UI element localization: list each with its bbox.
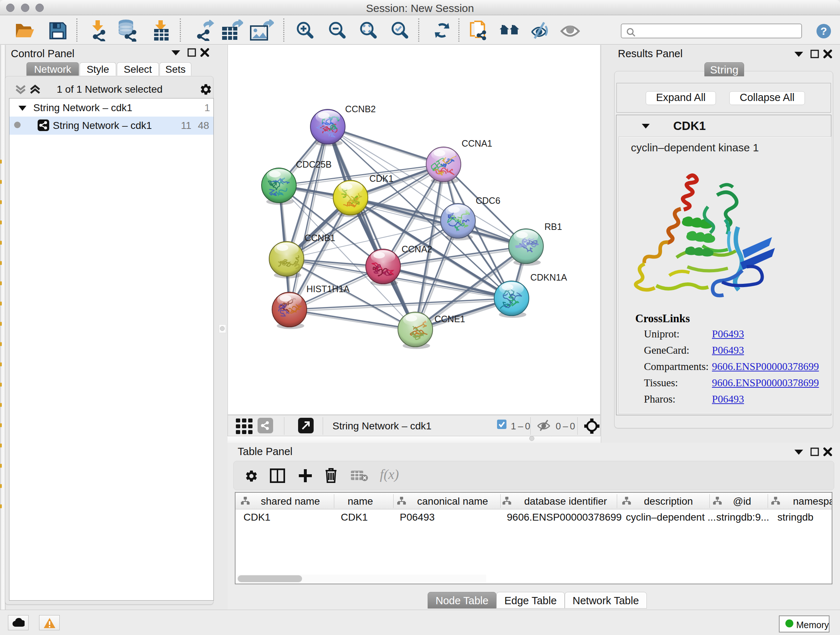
svg-text:CDK1: CDK1 xyxy=(369,173,393,184)
svg-text:CCNA2: CCNA2 xyxy=(401,244,432,254)
svg-text:CDC6: CDC6 xyxy=(476,195,500,206)
svg-text:CDC25B: CDC25B xyxy=(296,159,332,169)
svg-text:HIST1H1A: HIST1H1A xyxy=(306,284,350,294)
svg-text:RB1: RB1 xyxy=(545,222,562,232)
svg-text:CCNB1: CCNB1 xyxy=(305,233,335,243)
svg-text:CDKN1A: CDKN1A xyxy=(531,272,567,282)
svg-text:?: ? xyxy=(821,25,827,37)
svg-text:CCNB2: CCNB2 xyxy=(345,104,376,114)
svg-text:CCNA1: CCNA1 xyxy=(462,138,493,149)
svg-text:CCNE1: CCNE1 xyxy=(434,314,465,324)
